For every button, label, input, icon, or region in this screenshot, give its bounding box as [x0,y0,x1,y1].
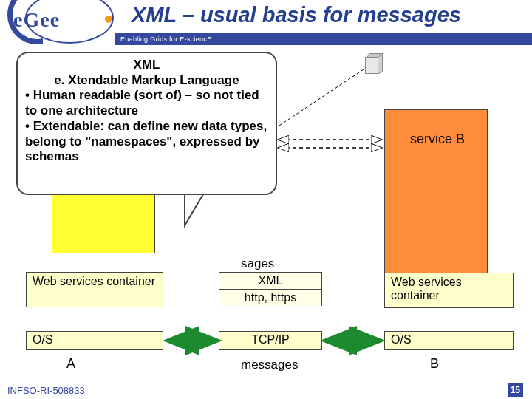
stack-xml: XML [219,272,322,289]
callout-heading: XML [25,58,268,73]
page-number: 15 [508,383,523,397]
tagline-bar: Enabling Grids for E-sciencE [115,33,532,45]
sages-fragment: sages [241,256,274,271]
stack-http: http, https [219,289,322,306]
callout-subheading: e. Xtendable Markup Language [25,73,268,89]
slide-title: XML – usual basis for messages [132,3,461,27]
protocol-stack: XML http, https [219,272,322,306]
diagram-stage: service B sages Web services container W… [0,52,532,381]
ws-container-a: Web services container [26,272,163,307]
service-b-label: service B [410,132,465,147]
svg-line-4 [279,69,364,126]
stack-tcp: TCP/IP [219,331,322,350]
callout-bullet: Extendable: can define new data types, b… [25,119,267,163]
callout-bullet: Human readable (sort of) – so not tied t… [25,88,259,117]
os-b: O/S [384,331,514,350]
package-icon [365,53,383,75]
messages-label: messages [241,358,298,372]
ws-container-b: Web services container [384,273,514,308]
egee-logo: eGee [0,0,126,55]
footer-left: INFSO-RI-508833 [7,385,85,396]
node-a-label: A [66,356,75,372]
xml-callout: XML e. Xtendable Markup Language • Human… [16,52,277,195]
node-b-label: B [430,356,439,372]
os-a: O/S [26,331,163,350]
logo-text: eGee [13,8,60,32]
header: eGee XML – usual basis for messages Enab… [0,0,532,52]
tagline: Enabling Grids for E-sciencE [120,35,211,43]
